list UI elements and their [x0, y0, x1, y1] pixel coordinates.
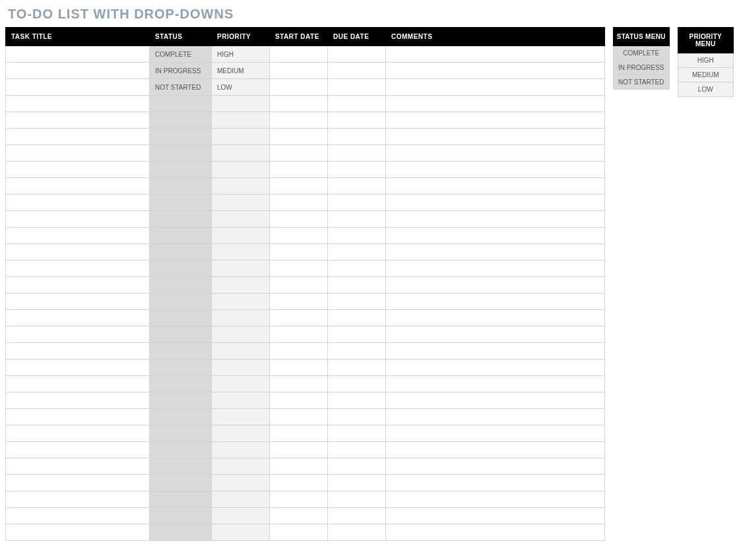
comments-cell[interactable] [386, 491, 605, 508]
priority-cell[interactable] [212, 211, 270, 228]
priority-cell[interactable] [212, 277, 270, 294]
due-date-cell[interactable] [328, 261, 386, 277]
comments-cell[interactable] [386, 178, 605, 195]
status-cell[interactable] [150, 261, 212, 277]
status-cell[interactable] [150, 392, 212, 409]
priority-cell[interactable] [212, 392, 270, 409]
start-date-cell[interactable] [270, 425, 328, 442]
priority-cell[interactable] [212, 343, 270, 359]
task-title-cell[interactable] [6, 79, 150, 96]
priority-cell[interactable] [212, 359, 270, 376]
status-cell[interactable] [150, 145, 212, 162]
start-date-cell[interactable] [270, 261, 328, 277]
task-title-cell[interactable] [6, 96, 150, 112]
task-title-cell[interactable] [6, 178, 150, 195]
status-cell[interactable] [150, 442, 212, 458]
priority-cell[interactable] [212, 195, 270, 211]
status-menu-item[interactable]: COMPLETE [614, 46, 670, 61]
due-date-cell[interactable] [328, 211, 386, 228]
priority-menu-item[interactable]: HIGH [678, 53, 734, 68]
priority-cell[interactable] [212, 524, 270, 541]
priority-cell[interactable] [212, 458, 270, 475]
task-title-cell[interactable] [6, 442, 150, 458]
status-cell[interactable]: COMPLETE [150, 46, 212, 63]
task-title-cell[interactable] [6, 491, 150, 508]
start-date-cell[interactable] [270, 294, 328, 310]
comments-cell[interactable] [386, 112, 605, 129]
comments-cell[interactable] [386, 392, 605, 409]
task-title-cell[interactable] [6, 244, 150, 261]
start-date-cell[interactable] [270, 178, 328, 195]
status-cell[interactable] [150, 409, 212, 425]
status-cell[interactable] [150, 244, 212, 261]
comments-cell[interactable] [386, 162, 605, 178]
priority-cell[interactable] [212, 327, 270, 343]
start-date-cell[interactable] [270, 458, 328, 475]
priority-cell[interactable] [212, 228, 270, 244]
due-date-cell[interactable] [328, 392, 386, 409]
comments-cell[interactable] [386, 425, 605, 442]
start-date-cell[interactable] [270, 524, 328, 541]
start-date-cell[interactable] [270, 327, 328, 343]
task-title-cell[interactable] [6, 63, 150, 79]
status-cell[interactable] [150, 376, 212, 392]
start-date-cell[interactable] [270, 63, 328, 79]
status-menu-item[interactable]: IN PROGRESS [614, 61, 670, 75]
due-date-cell[interactable] [328, 112, 386, 129]
due-date-cell[interactable] [328, 327, 386, 343]
comments-cell[interactable] [386, 145, 605, 162]
due-date-cell[interactable] [328, 195, 386, 211]
priority-cell[interactable]: HIGH [212, 46, 270, 63]
due-date-cell[interactable] [328, 96, 386, 112]
task-title-cell[interactable] [6, 376, 150, 392]
comments-cell[interactable] [386, 376, 605, 392]
start-date-cell[interactable] [270, 277, 328, 294]
start-date-cell[interactable] [270, 79, 328, 96]
comments-cell[interactable] [386, 228, 605, 244]
comments-cell[interactable] [386, 458, 605, 475]
due-date-cell[interactable] [328, 359, 386, 376]
priority-cell[interactable] [212, 310, 270, 327]
due-date-cell[interactable] [328, 508, 386, 524]
task-title-cell[interactable] [6, 359, 150, 376]
comments-cell[interactable] [386, 46, 605, 63]
priority-cell[interactable] [212, 442, 270, 458]
due-date-cell[interactable] [328, 425, 386, 442]
start-date-cell[interactable] [270, 96, 328, 112]
priority-cell[interactable] [212, 425, 270, 442]
comments-cell[interactable] [386, 475, 605, 491]
due-date-cell[interactable] [328, 244, 386, 261]
due-date-cell[interactable] [328, 475, 386, 491]
comments-cell[interactable] [386, 524, 605, 541]
due-date-cell[interactable] [328, 63, 386, 79]
priority-cell[interactable]: MEDIUM [212, 63, 270, 79]
task-title-cell[interactable] [6, 310, 150, 327]
due-date-cell[interactable] [328, 442, 386, 458]
priority-cell[interactable]: LOW [212, 79, 270, 96]
status-cell[interactable] [150, 112, 212, 129]
task-title-cell[interactable] [6, 475, 150, 491]
start-date-cell[interactable] [270, 376, 328, 392]
task-title-cell[interactable] [6, 343, 150, 359]
task-title-cell[interactable] [6, 508, 150, 524]
task-title-cell[interactable] [6, 277, 150, 294]
status-cell[interactable] [150, 475, 212, 491]
comments-cell[interactable] [386, 261, 605, 277]
task-title-cell[interactable] [6, 524, 150, 541]
start-date-cell[interactable] [270, 112, 328, 129]
comments-cell[interactable] [386, 129, 605, 145]
due-date-cell[interactable] [328, 310, 386, 327]
priority-cell[interactable] [212, 178, 270, 195]
status-cell[interactable] [150, 310, 212, 327]
task-title-cell[interactable] [6, 425, 150, 442]
comments-cell[interactable] [386, 96, 605, 112]
comments-cell[interactable] [386, 359, 605, 376]
priority-cell[interactable] [212, 294, 270, 310]
start-date-cell[interactable] [270, 409, 328, 425]
priority-cell[interactable] [212, 491, 270, 508]
due-date-cell[interactable] [328, 79, 386, 96]
due-date-cell[interactable] [328, 343, 386, 359]
comments-cell[interactable] [386, 310, 605, 327]
task-title-cell[interactable] [6, 211, 150, 228]
due-date-cell[interactable] [328, 277, 386, 294]
